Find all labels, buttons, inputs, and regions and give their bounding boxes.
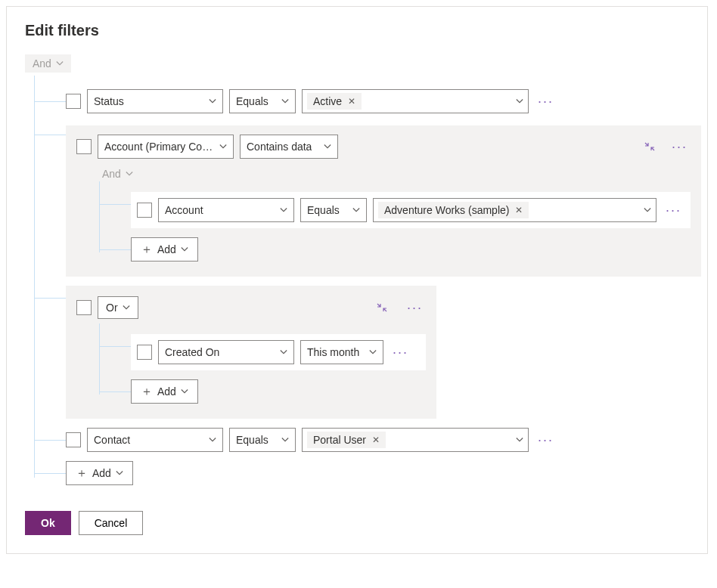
chevron-down-icon: [280, 206, 287, 214]
value-text: Adventure Works (sample): [384, 204, 509, 216]
root-group-operator[interactable]: And: [25, 54, 71, 73]
row-checkbox[interactable]: [76, 300, 92, 315]
operator-select[interactable]: Equals: [229, 428, 296, 452]
chevron-down-icon: [516, 436, 523, 444]
chevron-down-icon: [116, 469, 123, 477]
field-label: Contact: [94, 434, 130, 446]
chevron-down-icon: [281, 97, 289, 105]
inner-group-label: And: [102, 168, 121, 180]
filter-group-or: Or ···: [66, 281, 689, 423]
filter-row-contact: Contact Equals Portal User ✕: [66, 423, 689, 456]
chevron-down-icon: [181, 246, 188, 253]
edit-filters-panel: Edit filters And Status Equals: [6, 6, 708, 554]
value-text: Active: [313, 95, 342, 107]
filter-row-status: Status Equals Active ✕: [66, 85, 689, 118]
field-label: Account (Primary Cont...: [104, 141, 215, 153]
remove-tag-icon[interactable]: ✕: [515, 206, 523, 215]
operator-select[interactable]: Equals: [229, 89, 296, 113]
field-select[interactable]: Created On: [158, 340, 294, 364]
chevron-down-icon: [352, 206, 360, 214]
field-label: Created On: [165, 346, 219, 358]
operator-select[interactable]: Contains data: [240, 135, 338, 159]
footer: Ok Cancel: [25, 511, 689, 535]
chevron-down-icon: [209, 97, 216, 105]
row-more-icon[interactable]: ···: [535, 94, 557, 110]
chevron-down-icon: [219, 143, 227, 150]
collapse-icon[interactable]: [377, 302, 387, 313]
row-more-icon[interactable]: ···: [390, 345, 411, 361]
operator-label: Equals: [236, 95, 268, 107]
chevron-down-icon: [181, 388, 188, 395]
add-label: Add: [157, 243, 176, 255]
collapse-icon[interactable]: [644, 141, 655, 152]
field-select[interactable]: Account (Primary Cont...: [98, 135, 234, 159]
remove-tag-icon[interactable]: ✕: [372, 435, 380, 444]
value-text: Portal User: [313, 434, 366, 446]
field-select[interactable]: Account: [158, 198, 294, 222]
chevron-down-icon: [56, 60, 64, 67]
row-checkbox[interactable]: [137, 203, 152, 218]
value-tag: Portal User ✕: [307, 432, 386, 448]
operator-label: Equals: [307, 204, 340, 216]
value-select[interactable]: Portal User ✕: [302, 428, 529, 452]
plus-icon: ＋: [141, 243, 153, 255]
filter-tree: Status Equals Active ✕: [34, 85, 689, 490]
chevron-down-icon: [209, 436, 216, 444]
add-button[interactable]: ＋ Add: [131, 379, 198, 404]
chevron-down-icon: [126, 170, 133, 178]
or-group-label: Or: [106, 302, 118, 314]
operator-select[interactable]: Equals: [300, 198, 367, 222]
panel-title: Edit filters: [25, 22, 689, 39]
ok-button[interactable]: Ok: [25, 511, 71, 535]
chevron-down-icon: [369, 348, 377, 356]
field-label: Account: [165, 204, 203, 216]
chevron-down-icon: [644, 206, 651, 214]
row-more-icon[interactable]: ···: [663, 203, 684, 218]
filter-group-account-primary: Account (Primary Cont... Contains data ·…: [66, 118, 689, 281]
row-checkbox[interactable]: [76, 139, 92, 154]
add-label: Add: [157, 385, 176, 398]
operator-label: Contains data: [247, 141, 312, 153]
row-more-icon[interactable]: ···: [669, 139, 691, 155]
row-more-icon[interactable]: ···: [535, 432, 557, 448]
cancel-button[interactable]: Cancel: [79, 511, 144, 535]
value-select[interactable]: Adventure Works (sample) ✕: [373, 198, 656, 222]
value-tag: Active ✕: [307, 93, 362, 110]
field-select[interactable]: Contact: [87, 428, 223, 452]
chevron-down-icon: [516, 97, 523, 105]
operator-label: This month: [307, 346, 359, 358]
plus-icon: ＋: [141, 385, 153, 398]
value-tag: Adventure Works (sample) ✕: [378, 202, 529, 218]
remove-tag-icon[interactable]: ✕: [348, 97, 355, 106]
row-more-icon[interactable]: ···: [404, 300, 426, 316]
plus-icon: ＋: [76, 467, 88, 479]
add-label: Add: [92, 467, 111, 479]
field-select[interactable]: Status: [87, 89, 223, 113]
chevron-down-icon: [280, 348, 287, 356]
operator-select[interactable]: This month: [300, 340, 383, 364]
add-button[interactable]: ＋ Add: [131, 237, 198, 262]
chevron-down-icon: [324, 143, 331, 150]
value-select[interactable]: Active ✕: [302, 89, 529, 113]
or-group-operator[interactable]: Or: [98, 296, 138, 319]
row-checkbox[interactable]: [66, 94, 81, 109]
chevron-down-icon: [281, 436, 289, 444]
chevron-down-icon: [123, 304, 130, 311]
root-add-node: ＋ Add: [66, 456, 689, 490]
row-checkbox[interactable]: [66, 432, 81, 447]
row-checkbox[interactable]: [137, 345, 152, 360]
root-group-label: And: [33, 57, 51, 70]
field-label: Status: [94, 95, 124, 107]
inner-group-operator[interactable]: And: [99, 166, 136, 181]
operator-label: Equals: [236, 434, 268, 446]
add-button[interactable]: ＋ Add: [66, 461, 133, 485]
